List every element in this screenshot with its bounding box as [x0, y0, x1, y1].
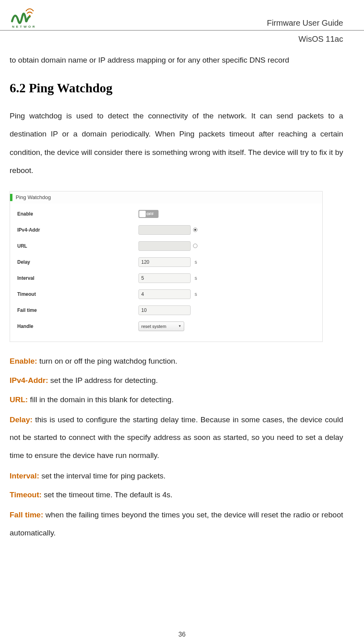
def-falltime-label: Fall time:	[10, 511, 43, 519]
wis-logo-icon: N E T W O R K S	[10, 5, 35, 30]
chevron-down-icon: ▼	[178, 324, 181, 328]
timeout-input[interactable]	[138, 289, 191, 299]
def-falltime: Fall time: when the failing times beyond…	[10, 506, 343, 542]
svg-point-0	[29, 15, 31, 16]
def-ipv4-label: IPv4-Addr:	[10, 376, 48, 385]
def-timeout-text: set the timeout time. The default is 4s.	[42, 490, 173, 499]
handle-selected: reset system	[141, 324, 166, 329]
def-delay-label: Delay:	[10, 415, 33, 424]
intro-continued-paragraph: to obtain domain name or IP address mapp…	[10, 51, 343, 69]
panel-header: Ping Watchdog	[10, 191, 322, 203]
def-enable: Enable: turn on or off the ping watchdog…	[10, 353, 343, 369]
timeout-unit: s	[195, 291, 197, 297]
def-url-text: fill in the domain in this blank for det…	[28, 395, 173, 404]
label-timeout: Timeout	[17, 291, 138, 297]
def-url-label: URL:	[10, 395, 28, 404]
panel-accent-bar	[10, 194, 12, 201]
interval-unit: s	[195, 275, 197, 281]
label-ipv4: IPv4-Addr	[17, 227, 138, 233]
header-product-name: WisOS 11ac	[0, 31, 364, 44]
ping-watchdog-panel: Ping Watchdog Enable OFF IPv4-Addr URL	[10, 191, 323, 342]
def-enable-label: Enable:	[10, 357, 37, 365]
def-delay: Delay: this is used to configure the sta…	[10, 411, 343, 465]
def-enable-text: turn on or off the ping watchdog functio…	[37, 357, 177, 365]
enable-toggle[interactable]: OFF	[138, 210, 159, 218]
header-guide-title: Firmware User Guide	[267, 18, 343, 30]
label-handle: Handle	[17, 324, 138, 329]
handle-dropdown[interactable]: reset system ▼	[138, 322, 184, 331]
delay-unit: s	[195, 259, 197, 265]
def-ipv4-text: set the IP address for detecting.	[48, 376, 158, 385]
url-input[interactable]	[138, 241, 191, 251]
failtime-input[interactable]	[138, 305, 191, 315]
toggle-text: OFF	[146, 212, 154, 216]
label-enable: Enable	[17, 211, 138, 217]
def-timeout: Timeout: set the timeout time. The defau…	[10, 487, 343, 503]
def-interval-label: Interval:	[10, 472, 39, 480]
label-failtime: Fail time	[17, 307, 138, 313]
brand-logo: N E T W O R K S	[10, 5, 35, 30]
panel-title: Ping Watchdog	[16, 194, 51, 200]
def-falltime-text: when the failing times beyond the times …	[10, 511, 343, 537]
interval-input[interactable]	[138, 273, 191, 283]
def-ipv4: IPv4-Addr: set the IP address for detect…	[10, 372, 343, 389]
delay-input[interactable]	[138, 257, 191, 267]
section-description: Ping watchdog is used to detect the conn…	[10, 107, 343, 180]
page-number: 36	[0, 631, 364, 638]
def-interval: Interval: set the interval time for ping…	[10, 468, 343, 484]
def-delay-text: this is used to configure the starting d…	[10, 415, 343, 460]
section-heading: 6.2 Ping Watchdog	[10, 81, 343, 96]
url-radio[interactable]	[193, 244, 197, 248]
label-delay: Delay	[17, 259, 138, 265]
ipv4-input[interactable]	[138, 225, 191, 235]
svg-text:N E T W O R K S: N E T W O R K S	[12, 25, 35, 28]
ipv4-radio[interactable]	[193, 228, 197, 232]
label-interval: Interval	[17, 275, 138, 281]
label-url: URL	[17, 243, 138, 249]
def-url: URL: fill in the domain in this blank fo…	[10, 392, 343, 408]
def-timeout-label: Timeout:	[10, 490, 42, 499]
def-interval-text: set the interval time for ping packets.	[39, 472, 166, 480]
